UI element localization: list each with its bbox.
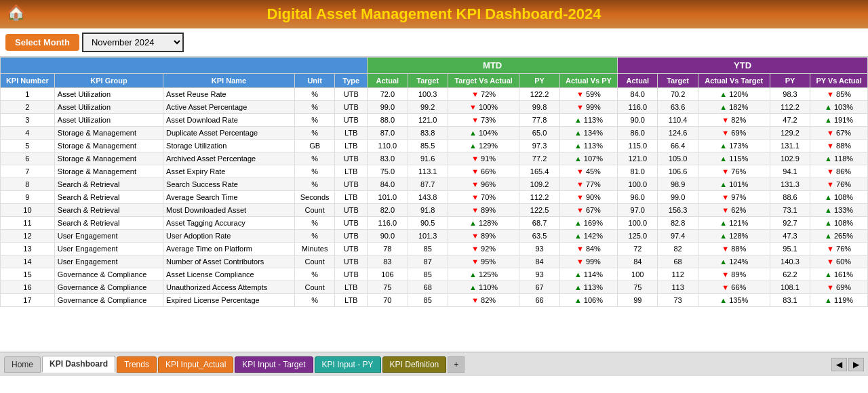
cell-ytd-target: 112 [658, 268, 698, 281]
cell-ytd-target: 82.8 [658, 217, 698, 230]
cell-ytd-py: 62.2 [770, 268, 810, 281]
cell-ytd-avst: ▼ 69% [698, 127, 770, 140]
cell-ytd-avst: ▲ 124% [698, 255, 770, 268]
cell-ytd-py: 140.3 [770, 255, 810, 268]
cell-mtd-avspy: ▲ 106% [559, 294, 617, 307]
table-row: 4 Storage & Management Duplicate Asset P… [1, 127, 868, 140]
nav-prev[interactable]: ◀ [831, 358, 847, 371]
cell-mtd-target: 68 [408, 281, 448, 294]
cell-mtd-avspy: ▼ 77% [559, 178, 617, 191]
cell-mtd-tva: ▲ 125% [448, 268, 519, 281]
tab-add[interactable]: + [448, 356, 465, 373]
tab-trends[interactable]: Trends [117, 356, 157, 373]
cell-mtd-actual: 106 [368, 268, 408, 281]
th-mtd-tva: Target Vs Actual [448, 74, 519, 88]
cell-mtd-avspy: ▼ 67% [559, 204, 617, 217]
cell-ytd-pyva: ▲ 265% [810, 230, 868, 243]
cell-ytd-py: 131.3 [770, 178, 810, 191]
cell-name: Asset License Compliance [163, 268, 295, 281]
toolbar: Select Month November 2024 [0, 28, 868, 57]
cell-ytd-pyva: ▼ 88% [810, 140, 868, 152]
cell-group: Governance & Compliance [54, 268, 163, 281]
cell-type: LTB [335, 140, 368, 152]
cell-ytd-pyva: ▲ 108% [810, 217, 868, 230]
th-ytd-target: Target [658, 74, 698, 88]
tab-home[interactable]: Home [4, 356, 41, 373]
tab-kpi-input-py[interactable]: KPI Input - PY [315, 356, 381, 373]
cell-mtd-target: 113.1 [408, 165, 448, 178]
cell-ytd-avst: ▲ 115% [698, 152, 770, 165]
cell-mtd-py: 122.2 [519, 88, 559, 101]
cell-mtd-py: 77.8 [519, 114, 559, 127]
cell-mtd-avspy: ▲ 114% [559, 268, 617, 281]
cell-mtd-target: 91.8 [408, 204, 448, 217]
cell-unit: % [294, 101, 334, 114]
cell-unit: % [294, 178, 334, 191]
cell-unit: % [294, 217, 334, 230]
tab-kpi-definition[interactable]: KPI Definition [382, 356, 447, 373]
cell-ytd-actual: 97.0 [618, 204, 658, 217]
th-kpi-name: KPI Name [163, 74, 295, 88]
tab-kpi-input-target[interactable]: KPI Input - Target [235, 356, 313, 373]
cell-ytd-target: 97.4 [658, 230, 698, 243]
cell-ytd-target: 66.4 [658, 140, 698, 152]
cell-name: Average Search Time [163, 191, 295, 204]
cell-mtd-actual: 84.0 [368, 178, 408, 191]
cell-mtd-target: 90.5 [408, 217, 448, 230]
cell-mtd-tva: ▼ 95% [448, 255, 519, 268]
cell-mtd-actual: 78 [368, 243, 408, 255]
cell-unit: % [294, 152, 334, 165]
cell-ytd-pyva: ▼ 86% [810, 165, 868, 178]
tab-kpi-dashboard[interactable]: KPI Dashboard [42, 356, 115, 373]
cell-mtd-tva: ▼ 73% [448, 114, 519, 127]
th-ytd-actual: Actual [618, 74, 658, 88]
cell-mtd-avspy: ▼ 84% [559, 243, 617, 255]
cell-unit: % [294, 88, 334, 101]
cell-ytd-actual: 84.0 [618, 88, 658, 101]
cell-ytd-actual: 90.0 [618, 114, 658, 127]
th-mtd-avspy: Actual Vs PY [559, 74, 617, 88]
kpi-table: MTD YTD KPI Number KPI Group KPI Name Un… [0, 57, 868, 307]
kpi-table-body: 1 Asset Utilization Asset Reuse Rate % U… [1, 88, 868, 307]
cell-mtd-tva: ▼ 100% [448, 101, 519, 114]
cell-unit: Count [294, 255, 334, 268]
cell-mtd-target: 85.5 [408, 140, 448, 152]
cell-ytd-avst: ▲ 101% [698, 178, 770, 191]
cell-ytd-avst: ▼ 66% [698, 281, 770, 294]
cell-unit: % [294, 230, 334, 243]
mtd-group-header: MTD [368, 58, 618, 74]
cell-mtd-py: 65.0 [519, 127, 559, 140]
th-ytd-pyva: PY Vs Actual [810, 74, 868, 88]
cell-type: UTB [335, 88, 368, 101]
cell-group: User Engagement [54, 243, 163, 255]
table-row: 14 User Engagement Number of Asset Contr… [1, 255, 868, 268]
nav-arrows: ◀ ▶ [831, 358, 864, 371]
month-select[interactable]: November 2024 [82, 33, 184, 52]
nav-next[interactable]: ▶ [848, 358, 864, 371]
cell-num: 7 [1, 165, 55, 178]
table-row: 15 Governance & Compliance Asset License… [1, 268, 868, 281]
cell-ytd-avst: ▲ 182% [698, 101, 770, 114]
cell-type: LTB [335, 281, 368, 294]
cell-mtd-tva: ▼ 96% [448, 178, 519, 191]
cell-mtd-actual: 83 [368, 255, 408, 268]
cell-group: Storage & Management [54, 165, 163, 178]
cell-group: Search & Retrieval [54, 191, 163, 204]
cell-num: 4 [1, 127, 55, 140]
cell-mtd-avspy: ▼ 99% [559, 255, 617, 268]
cell-ytd-pyva: ▼ 67% [810, 127, 868, 140]
cell-name: Storage Utilization [163, 140, 295, 152]
cell-mtd-py: 93 [519, 243, 559, 255]
cell-mtd-target: 83.8 [408, 127, 448, 140]
cell-ytd-actual: 100.0 [618, 178, 658, 191]
tab-kpi-input-actual[interactable]: KPI Input_Actual [158, 356, 233, 373]
cell-mtd-py: 93 [519, 268, 559, 281]
cell-mtd-avspy: ▲ 107% [559, 152, 617, 165]
cell-type: UTB [335, 243, 368, 255]
cell-ytd-target: 110.4 [658, 114, 698, 127]
cell-mtd-actual: 82.0 [368, 204, 408, 217]
cell-type: UTB [335, 230, 368, 243]
cell-group: Storage & Management [54, 127, 163, 140]
cell-ytd-pyva: ▼ 85% [810, 88, 868, 101]
cell-mtd-actual: 101.0 [368, 191, 408, 204]
